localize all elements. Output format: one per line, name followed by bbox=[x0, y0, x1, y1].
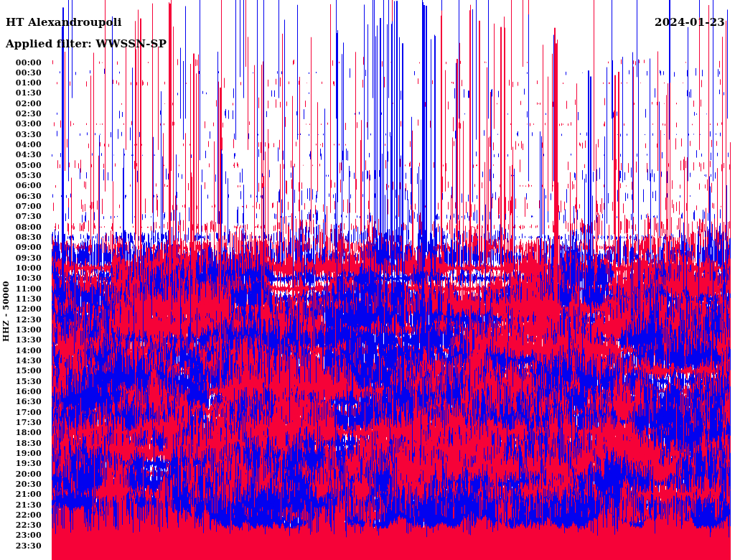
time-label: 22:00 bbox=[0, 511, 42, 519]
time-label: 20:30 bbox=[0, 480, 42, 488]
time-label: 03:30 bbox=[0, 131, 42, 139]
time-label: 17:30 bbox=[0, 419, 42, 426]
applied-filter-label: Applied filter: WWSSN-SP bbox=[6, 37, 167, 50]
time-label: 10:00 bbox=[0, 264, 42, 272]
time-label: 04:30 bbox=[0, 151, 42, 159]
time-label: 12:00 bbox=[0, 305, 42, 313]
time-label: 04:00 bbox=[0, 141, 42, 149]
time-label: 16:30 bbox=[0, 398, 42, 406]
time-label: 14:30 bbox=[0, 357, 42, 365]
time-label: 11:30 bbox=[0, 295, 42, 303]
time-label: 23:30 bbox=[0, 542, 42, 550]
time-label: 09:00 bbox=[0, 243, 42, 251]
time-label: 19:00 bbox=[0, 449, 42, 457]
time-label: 14:00 bbox=[0, 347, 42, 355]
time-label: 19:30 bbox=[0, 459, 42, 467]
time-label: 05:00 bbox=[0, 162, 42, 169]
time-label: 20:00 bbox=[0, 470, 42, 478]
time-label: 13:30 bbox=[0, 336, 42, 344]
time-label: 00:00 bbox=[0, 59, 42, 67]
time-label: 18:30 bbox=[0, 439, 42, 447]
time-label: 09:30 bbox=[0, 254, 42, 262]
helicorder-screen: HT Alexandroupoli Applied filter: WWSSN-… bbox=[0, 0, 735, 560]
time-label: 21:30 bbox=[0, 501, 42, 509]
time-label: 13:00 bbox=[0, 326, 42, 334]
helicorder-plot-canvas bbox=[0, 0, 735, 560]
time-label: 01:30 bbox=[0, 89, 42, 97]
time-label: 23:00 bbox=[0, 531, 42, 539]
time-label: 18:00 bbox=[0, 429, 42, 437]
time-label: 15:30 bbox=[0, 378, 42, 386]
time-label: 21:00 bbox=[0, 490, 42, 498]
time-label: 03:00 bbox=[0, 120, 42, 128]
time-label: 06:00 bbox=[0, 182, 42, 190]
time-label: 00:30 bbox=[0, 69, 42, 77]
time-label: 08:00 bbox=[0, 223, 42, 231]
time-label: 01:00 bbox=[0, 79, 42, 87]
time-label: 07:30 bbox=[0, 213, 42, 220]
time-label: 16:00 bbox=[0, 388, 42, 396]
time-label: 08:30 bbox=[0, 233, 42, 241]
time-label: 06:30 bbox=[0, 192, 42, 200]
time-label: 12:30 bbox=[0, 316, 42, 324]
time-label: 10:30 bbox=[0, 274, 42, 282]
time-label: 02:00 bbox=[0, 100, 42, 108]
time-label: 22:30 bbox=[0, 521, 42, 529]
time-label: 07:00 bbox=[0, 202, 42, 210]
station-title: HT Alexandroupoli bbox=[6, 16, 122, 29]
time-label: 11:00 bbox=[0, 285, 42, 293]
time-label: 17:00 bbox=[0, 409, 42, 416]
time-label: 15:00 bbox=[0, 367, 42, 375]
time-label: 02:30 bbox=[0, 110, 42, 118]
time-label: 05:30 bbox=[0, 172, 42, 179]
date-label: 2024-01-23 bbox=[655, 16, 725, 29]
